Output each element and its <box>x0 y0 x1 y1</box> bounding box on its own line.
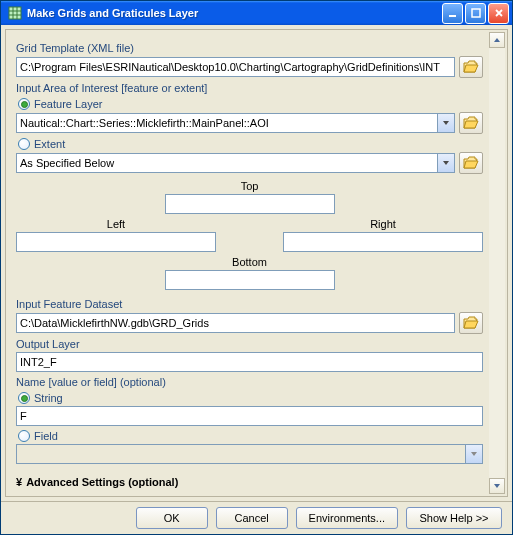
advanced-label: Advanced Settings (optional) <box>26 476 178 488</box>
radio-icon <box>18 430 30 442</box>
chevron-down-icon: ¥ <box>16 476 22 488</box>
button-bar: OK Cancel Environments... Show Help >> <box>1 501 512 534</box>
extent-bottom-input[interactable] <box>165 270 335 290</box>
browse-extent-button[interactable] <box>459 152 483 174</box>
app-icon <box>7 5 23 21</box>
label-right: Right <box>283 218 483 230</box>
radio-field-label: Field <box>34 430 58 442</box>
dropdown-icon <box>437 114 454 132</box>
environments-button[interactable]: Environments... <box>296 507 398 529</box>
radio-feature-layer-label: Feature Layer <box>34 98 102 110</box>
feature-layer-select[interactable]: Nautical::Chart::Series::Micklefirth::Ma… <box>16 113 455 133</box>
input-feature-dataset-input[interactable] <box>16 313 455 333</box>
label-bottom: Bottom <box>16 256 483 268</box>
window-buttons <box>442 3 509 24</box>
feature-layer-value: Nautical::Chart::Series::Micklefirth::Ma… <box>20 117 269 129</box>
folder-open-icon <box>463 116 479 130</box>
radio-icon <box>18 138 30 150</box>
scroll-down-icon[interactable] <box>489 478 505 494</box>
folder-open-icon <box>463 316 479 330</box>
name-string-input[interactable] <box>16 406 483 426</box>
dropdown-icon <box>437 154 454 172</box>
label-output-layer: Output Layer <box>16 338 483 350</box>
dropdown-icon <box>465 445 482 463</box>
radio-icon <box>18 392 30 404</box>
dialog-window: Make Grids and Graticules Layer Grid Tem… <box>0 0 513 535</box>
advanced-settings-toggle[interactable]: ¥ Advanced Settings (optional) <box>16 476 483 488</box>
radio-icon <box>18 98 30 110</box>
label-left: Left <box>16 218 216 230</box>
grid-template-input[interactable] <box>16 57 455 77</box>
svg-rect-5 <box>449 15 456 17</box>
scroll-up-icon[interactable] <box>489 32 505 48</box>
extent-top-input[interactable] <box>165 194 335 214</box>
label-grid-template: Grid Template (XML file) <box>16 42 483 54</box>
extent-mode-select[interactable]: As Specified Below <box>16 153 455 173</box>
radio-extent-label: Extent <box>34 138 65 150</box>
extent-coords: Top Left Right Bottom <box>16 180 483 290</box>
cancel-button[interactable]: Cancel <box>216 507 288 529</box>
close-button[interactable] <box>488 3 509 24</box>
scrollbar[interactable] <box>489 32 505 494</box>
window-title: Make Grids and Graticules Layer <box>27 7 442 19</box>
radio-field[interactable]: Field <box>18 430 483 442</box>
output-layer-input[interactable] <box>16 352 483 372</box>
label-input-aoi: Input Area of Interest [feature or exten… <box>16 82 483 94</box>
title-bar[interactable]: Make Grids and Graticules Layer <box>1 1 512 25</box>
extent-mode-value: As Specified Below <box>20 157 114 169</box>
folder-open-icon <box>463 156 479 170</box>
client-area: Grid Template (XML file) Input Area of I… <box>5 29 508 497</box>
extent-left-input[interactable] <box>16 232 216 252</box>
radio-string-label: String <box>34 392 63 404</box>
browse-feature-layer-button[interactable] <box>459 112 483 134</box>
maximize-button[interactable] <box>465 3 486 24</box>
radio-feature-layer[interactable]: Feature Layer <box>18 98 483 110</box>
show-help-button[interactable]: Show Help >> <box>406 507 502 529</box>
label-input-fds: Input Feature Dataset <box>16 298 483 310</box>
label-top: Top <box>16 180 483 192</box>
label-name-opt: Name [value or field] (optional) <box>16 376 483 388</box>
name-field-select[interactable] <box>16 444 483 464</box>
svg-rect-0 <box>9 7 21 19</box>
browse-grid-template-button[interactable] <box>459 56 483 78</box>
radio-extent[interactable]: Extent <box>18 138 483 150</box>
extent-right-input[interactable] <box>283 232 483 252</box>
radio-string[interactable]: String <box>18 392 483 404</box>
folder-open-icon <box>463 60 479 74</box>
svg-rect-6 <box>472 9 480 17</box>
browse-input-fds-button[interactable] <box>459 312 483 334</box>
minimize-button[interactable] <box>442 3 463 24</box>
ok-button[interactable]: OK <box>136 507 208 529</box>
